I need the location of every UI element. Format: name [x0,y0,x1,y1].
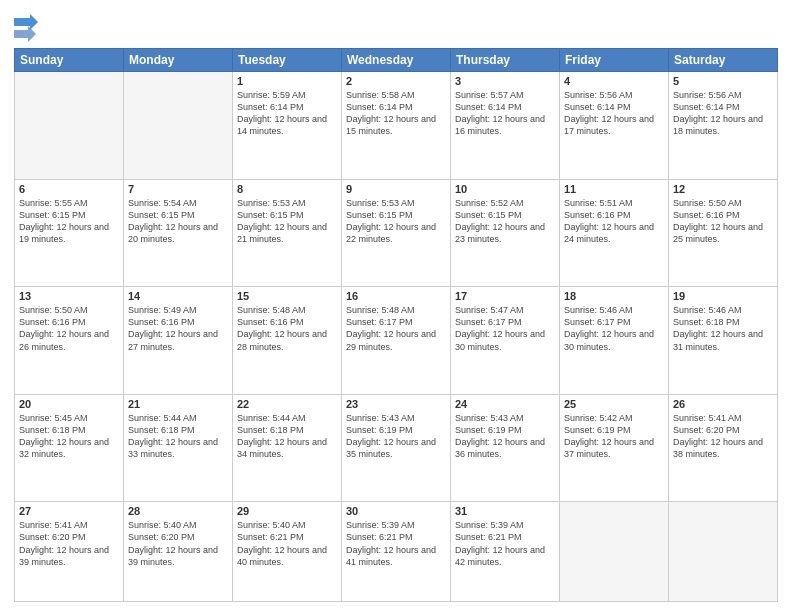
week-row-2: 6Sunrise: 5:55 AM Sunset: 6:15 PM Daylig… [15,179,778,287]
day-cell-18: 18Sunrise: 5:46 AM Sunset: 6:17 PM Dayli… [560,287,669,395]
day-number-9: 9 [346,183,446,195]
day-cell-29: 29Sunrise: 5:40 AM Sunset: 6:21 PM Dayli… [233,502,342,602]
day-number-1: 1 [237,75,337,87]
day-cell-25: 25Sunrise: 5:42 AM Sunset: 6:19 PM Dayli… [560,394,669,502]
day-number-15: 15 [237,290,337,302]
day-info-10: Sunrise: 5:52 AM Sunset: 6:15 PM Dayligh… [455,197,555,246]
day-number-7: 7 [128,183,228,195]
day-cell-9: 9Sunrise: 5:53 AM Sunset: 6:15 PM Daylig… [342,179,451,287]
day-cell-8: 8Sunrise: 5:53 AM Sunset: 6:15 PM Daylig… [233,179,342,287]
day-number-24: 24 [455,398,555,410]
day-info-25: Sunrise: 5:42 AM Sunset: 6:19 PM Dayligh… [564,412,664,461]
day-number-4: 4 [564,75,664,87]
day-cell-6: 6Sunrise: 5:55 AM Sunset: 6:15 PM Daylig… [15,179,124,287]
day-number-21: 21 [128,398,228,410]
day-number-6: 6 [19,183,119,195]
day-cell-14: 14Sunrise: 5:49 AM Sunset: 6:16 PM Dayli… [124,287,233,395]
weekday-header-friday: Friday [560,49,669,72]
week-row-3: 13Sunrise: 5:50 AM Sunset: 6:16 PM Dayli… [15,287,778,395]
day-info-13: Sunrise: 5:50 AM Sunset: 6:16 PM Dayligh… [19,304,119,353]
day-number-10: 10 [455,183,555,195]
day-cell-17: 17Sunrise: 5:47 AM Sunset: 6:17 PM Dayli… [451,287,560,395]
day-info-27: Sunrise: 5:41 AM Sunset: 6:20 PM Dayligh… [19,519,119,568]
weekday-header-tuesday: Tuesday [233,49,342,72]
day-cell-30: 30Sunrise: 5:39 AM Sunset: 6:21 PM Dayli… [342,502,451,602]
day-number-5: 5 [673,75,773,87]
weekday-header-row: SundayMondayTuesdayWednesdayThursdayFrid… [15,49,778,72]
day-cell-11: 11Sunrise: 5:51 AM Sunset: 6:16 PM Dayli… [560,179,669,287]
day-info-5: Sunrise: 5:56 AM Sunset: 6:14 PM Dayligh… [673,89,773,138]
day-info-12: Sunrise: 5:50 AM Sunset: 6:16 PM Dayligh… [673,197,773,246]
day-number-26: 26 [673,398,773,410]
empty-cell [669,502,778,602]
day-info-18: Sunrise: 5:46 AM Sunset: 6:17 PM Dayligh… [564,304,664,353]
logo-icon [14,14,38,42]
weekday-header-monday: Monday [124,49,233,72]
day-cell-5: 5Sunrise: 5:56 AM Sunset: 6:14 PM Daylig… [669,72,778,180]
day-info-24: Sunrise: 5:43 AM Sunset: 6:19 PM Dayligh… [455,412,555,461]
day-info-11: Sunrise: 5:51 AM Sunset: 6:16 PM Dayligh… [564,197,664,246]
day-cell-15: 15Sunrise: 5:48 AM Sunset: 6:16 PM Dayli… [233,287,342,395]
day-number-20: 20 [19,398,119,410]
weekday-header-wednesday: Wednesday [342,49,451,72]
day-number-28: 28 [128,505,228,517]
day-info-29: Sunrise: 5:40 AM Sunset: 6:21 PM Dayligh… [237,519,337,568]
empty-cell [560,502,669,602]
day-cell-10: 10Sunrise: 5:52 AM Sunset: 6:15 PM Dayli… [451,179,560,287]
day-cell-2: 2Sunrise: 5:58 AM Sunset: 6:14 PM Daylig… [342,72,451,180]
day-info-17: Sunrise: 5:47 AM Sunset: 6:17 PM Dayligh… [455,304,555,353]
day-number-27: 27 [19,505,119,517]
day-cell-16: 16Sunrise: 5:48 AM Sunset: 6:17 PM Dayli… [342,287,451,395]
day-info-22: Sunrise: 5:44 AM Sunset: 6:18 PM Dayligh… [237,412,337,461]
day-number-22: 22 [237,398,337,410]
logo [14,14,42,42]
day-info-14: Sunrise: 5:49 AM Sunset: 6:16 PM Dayligh… [128,304,228,353]
day-info-9: Sunrise: 5:53 AM Sunset: 6:15 PM Dayligh… [346,197,446,246]
day-number-25: 25 [564,398,664,410]
day-info-31: Sunrise: 5:39 AM Sunset: 6:21 PM Dayligh… [455,519,555,568]
day-number-16: 16 [346,290,446,302]
svg-marker-1 [14,26,36,42]
day-info-3: Sunrise: 5:57 AM Sunset: 6:14 PM Dayligh… [455,89,555,138]
day-number-14: 14 [128,290,228,302]
day-number-17: 17 [455,290,555,302]
day-info-21: Sunrise: 5:44 AM Sunset: 6:18 PM Dayligh… [128,412,228,461]
weekday-header-sunday: Sunday [15,49,124,72]
weekday-header-thursday: Thursday [451,49,560,72]
day-info-1: Sunrise: 5:59 AM Sunset: 6:14 PM Dayligh… [237,89,337,138]
day-info-26: Sunrise: 5:41 AM Sunset: 6:20 PM Dayligh… [673,412,773,461]
day-info-23: Sunrise: 5:43 AM Sunset: 6:19 PM Dayligh… [346,412,446,461]
day-cell-20: 20Sunrise: 5:45 AM Sunset: 6:18 PM Dayli… [15,394,124,502]
week-row-5: 27Sunrise: 5:41 AM Sunset: 6:20 PM Dayli… [15,502,778,602]
day-info-30: Sunrise: 5:39 AM Sunset: 6:21 PM Dayligh… [346,519,446,568]
day-number-29: 29 [237,505,337,517]
empty-cell [15,72,124,180]
day-cell-3: 3Sunrise: 5:57 AM Sunset: 6:14 PM Daylig… [451,72,560,180]
day-info-6: Sunrise: 5:55 AM Sunset: 6:15 PM Dayligh… [19,197,119,246]
day-cell-27: 27Sunrise: 5:41 AM Sunset: 6:20 PM Dayli… [15,502,124,602]
day-cell-24: 24Sunrise: 5:43 AM Sunset: 6:19 PM Dayli… [451,394,560,502]
day-info-2: Sunrise: 5:58 AM Sunset: 6:14 PM Dayligh… [346,89,446,138]
day-number-8: 8 [237,183,337,195]
day-cell-7: 7Sunrise: 5:54 AM Sunset: 6:15 PM Daylig… [124,179,233,287]
calendar-table: SundayMondayTuesdayWednesdayThursdayFrid… [14,48,778,602]
day-info-16: Sunrise: 5:48 AM Sunset: 6:17 PM Dayligh… [346,304,446,353]
day-number-13: 13 [19,290,119,302]
day-cell-21: 21Sunrise: 5:44 AM Sunset: 6:18 PM Dayli… [124,394,233,502]
day-cell-13: 13Sunrise: 5:50 AM Sunset: 6:16 PM Dayli… [15,287,124,395]
day-info-8: Sunrise: 5:53 AM Sunset: 6:15 PM Dayligh… [237,197,337,246]
day-cell-4: 4Sunrise: 5:56 AM Sunset: 6:14 PM Daylig… [560,72,669,180]
day-number-3: 3 [455,75,555,87]
day-cell-19: 19Sunrise: 5:46 AM Sunset: 6:18 PM Dayli… [669,287,778,395]
day-cell-22: 22Sunrise: 5:44 AM Sunset: 6:18 PM Dayli… [233,394,342,502]
weekday-header-saturday: Saturday [669,49,778,72]
day-info-19: Sunrise: 5:46 AM Sunset: 6:18 PM Dayligh… [673,304,773,353]
day-info-15: Sunrise: 5:48 AM Sunset: 6:16 PM Dayligh… [237,304,337,353]
day-number-19: 19 [673,290,773,302]
day-number-30: 30 [346,505,446,517]
page: SundayMondayTuesdayWednesdayThursdayFrid… [0,0,792,612]
day-info-20: Sunrise: 5:45 AM Sunset: 6:18 PM Dayligh… [19,412,119,461]
day-info-4: Sunrise: 5:56 AM Sunset: 6:14 PM Dayligh… [564,89,664,138]
empty-cell [124,72,233,180]
day-cell-1: 1Sunrise: 5:59 AM Sunset: 6:14 PM Daylig… [233,72,342,180]
